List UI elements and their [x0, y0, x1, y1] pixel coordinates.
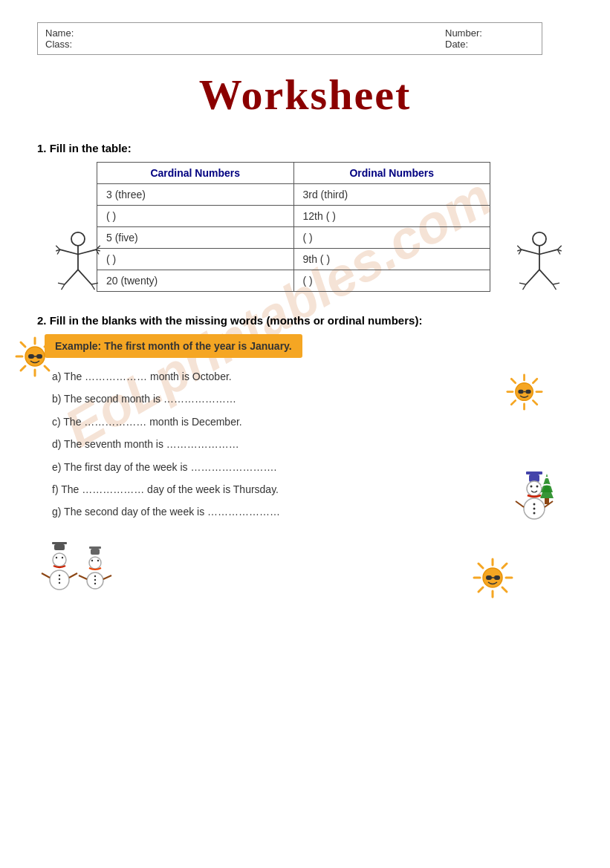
svg-rect-84 [91, 549, 100, 555]
svg-rect-102 [494, 575, 500, 580]
fill-section: a) The ……………… month is October. b) The s… [52, 368, 573, 521]
svg-line-14 [91, 283, 98, 284]
fill-item-e: e) The first day of the week is ……………………… [52, 459, 573, 475]
svg-point-74 [56, 557, 57, 558]
sun-decoration-3 [473, 558, 513, 601]
svg-line-98 [502, 564, 507, 568]
svg-line-20 [517, 246, 521, 249]
svg-line-65 [516, 501, 524, 507]
svg-line-48 [511, 379, 515, 382]
stick-figure-right [513, 231, 565, 301]
stick-figure-left [52, 231, 104, 301]
fill-item-d: d) The seventh month is ………………… [52, 436, 573, 452]
svg-point-87 [94, 575, 96, 577]
class-label: Class: [45, 39, 74, 50]
svg-rect-83 [89, 546, 101, 549]
svg-point-75 [62, 557, 63, 558]
svg-point-77 [59, 578, 60, 580]
svg-line-90 [79, 575, 87, 579]
svg-point-63 [533, 508, 536, 510]
svg-line-28 [519, 283, 526, 284]
svg-point-0 [71, 232, 85, 246]
worksheet-page: EoLprintables.com Name: Class: Number: D… [0, 0, 610, 868]
svg-point-70 [53, 553, 66, 567]
svg-rect-54 [525, 390, 530, 394]
numbers-table: Cardinal Numbers Ordinal Numbers 3 (thre… [97, 162, 490, 292]
svg-rect-53 [518, 390, 523, 394]
cardinal-3: ( ) [97, 249, 294, 270]
ordinal-1: 12th ( ) [293, 206, 490, 227]
table-row: 5 (five) ( ) [97, 227, 490, 249]
snowman-decoration [510, 470, 558, 536]
svg-point-81 [89, 557, 101, 569]
svg-point-89 [94, 583, 96, 584]
svg-line-2 [60, 249, 78, 254]
cardinal-4: 20 (twenty) [97, 270, 294, 292]
svg-line-96 [478, 564, 483, 568]
fill-item-c: c) The ……………… month is December. [52, 414, 573, 430]
svg-line-19 [539, 249, 557, 254]
svg-line-13 [62, 284, 65, 290]
sun-decoration-1 [15, 336, 56, 380]
cardinal-1: ( ) [97, 206, 294, 227]
svg-line-29 [523, 284, 527, 290]
col1-header: Cardinal Numbers [97, 163, 294, 184]
table-row: ( ) 12th ( ) [97, 206, 490, 227]
svg-line-39 [21, 366, 25, 371]
table-row: 3 (three) 3rd (third) [97, 184, 490, 206]
name-label: Name: [45, 27, 74, 39]
svg-line-91 [103, 575, 111, 579]
date-label: Date: [445, 39, 534, 50]
svg-rect-72 [52, 542, 67, 544]
svg-point-86 [97, 560, 99, 561]
svg-line-10 [65, 270, 78, 284]
svg-point-76 [59, 575, 60, 576]
svg-point-16 [533, 232, 546, 246]
svg-line-3 [78, 249, 96, 254]
svg-line-7 [96, 246, 100, 249]
fill-item-g: g) The second day of the week is ………………… [52, 503, 573, 520]
svg-line-4 [56, 246, 59, 249]
section1: 1. Fill in the table: Cardinal Numbers O… [37, 142, 573, 292]
svg-line-79 [42, 573, 50, 578]
section2-title: 2. Fill in the blanks with the missing w… [37, 314, 573, 327]
section2: 2. Fill in the blanks with the missing w… [37, 314, 573, 601]
svg-line-38 [45, 342, 49, 347]
svg-line-37 [45, 366, 49, 371]
svg-line-80 [69, 573, 77, 578]
header-left: Name: Class: [45, 27, 74, 50]
table-row: 20 (twenty) ( ) [97, 270, 490, 292]
ordinal-3: 9th ( ) [293, 249, 490, 270]
example-box: Example: The first month of the year is … [45, 334, 302, 358]
svg-rect-42 [36, 354, 42, 359]
svg-line-12 [58, 283, 65, 284]
svg-line-97 [502, 587, 507, 592]
svg-line-15 [91, 284, 95, 290]
svg-line-26 [526, 270, 539, 284]
svg-point-88 [94, 579, 96, 581]
ordinal-4: ( ) [293, 270, 490, 292]
svg-rect-41 [28, 354, 34, 359]
svg-point-59 [530, 486, 533, 488]
page-title: Worksheet [37, 70, 573, 120]
svg-line-99 [478, 587, 483, 592]
svg-line-23 [557, 246, 561, 249]
ordinal-2: ( ) [293, 227, 490, 249]
svg-rect-101 [486, 575, 492, 580]
svg-rect-69 [545, 498, 549, 504]
svg-rect-56 [526, 471, 542, 474]
svg-line-30 [553, 283, 559, 284]
svg-point-85 [91, 560, 93, 561]
svg-line-18 [522, 249, 539, 254]
svg-line-51 [511, 400, 515, 404]
svg-point-78 [59, 582, 60, 584]
svg-point-60 [536, 486, 539, 488]
fill-item-b: b) The second month is ………………… [52, 391, 573, 407]
ordinal-0: 3rd (third) [293, 184, 490, 206]
sun-decoration-2 [506, 373, 543, 414]
svg-line-49 [533, 400, 536, 404]
section1-title: 1. Fill in the table: [37, 142, 573, 154]
cardinal-2: 5 (five) [97, 227, 294, 249]
svg-point-64 [533, 512, 536, 515]
col2-header: Ordinal Numbers [293, 163, 490, 184]
